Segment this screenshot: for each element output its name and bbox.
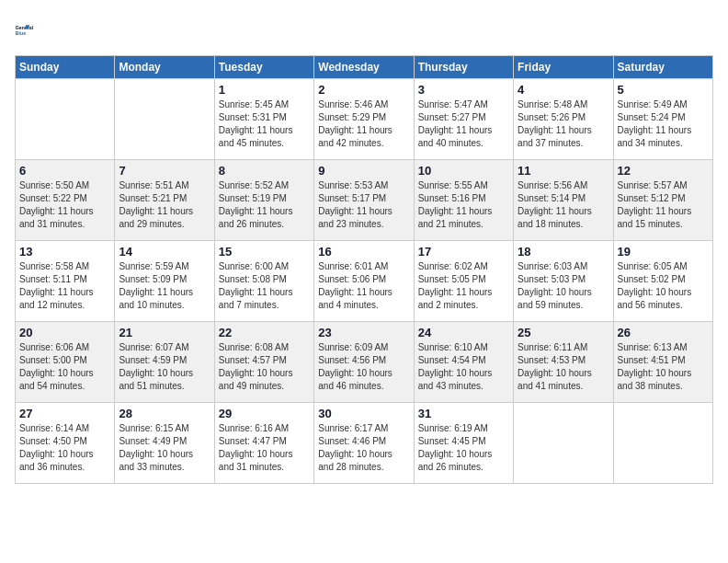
- day-info: Sunrise: 5:58 AM Sunset: 5:11 PM Dayligh…: [19, 260, 110, 312]
- weekday-header-tuesday: Tuesday: [214, 56, 313, 79]
- calendar-week-4: 20Sunrise: 6:06 AM Sunset: 5:00 PM Dayli…: [16, 322, 713, 403]
- day-number: 9: [318, 164, 409, 178]
- day-number: 30: [318, 407, 409, 420]
- day-number: 16: [318, 245, 409, 259]
- calendar-cell: 10Sunrise: 5:55 AM Sunset: 5:16 PM Dayli…: [414, 160, 513, 241]
- calendar-week-1: 1Sunrise: 5:45 AM Sunset: 5:31 PM Daylig…: [16, 79, 713, 160]
- day-info: Sunrise: 6:19 AM Sunset: 4:45 PM Dayligh…: [418, 422, 509, 474]
- calendar-cell: 11Sunrise: 5:56 AM Sunset: 5:14 PM Dayli…: [514, 160, 613, 241]
- day-number: 18: [518, 245, 609, 259]
- day-number: 23: [318, 326, 409, 339]
- day-info: Sunrise: 6:16 AM Sunset: 4:47 PM Dayligh…: [219, 422, 310, 474]
- calendar-cell: 30Sunrise: 6:17 AM Sunset: 4:46 PM Dayli…: [314, 403, 414, 484]
- calendar-week-2: 6Sunrise: 5:50 AM Sunset: 5:22 PM Daylig…: [16, 160, 713, 241]
- svg-text:General: General: [16, 25, 34, 30]
- calendar-cell: 3Sunrise: 5:47 AM Sunset: 5:27 PM Daylig…: [414, 79, 513, 160]
- day-number: 10: [418, 164, 509, 178]
- calendar-body: 1Sunrise: 5:45 AM Sunset: 5:31 PM Daylig…: [16, 79, 713, 484]
- day-number: 12: [618, 164, 709, 178]
- weekday-header-sunday: Sunday: [16, 56, 115, 79]
- calendar-cell: 2Sunrise: 5:46 AM Sunset: 5:29 PM Daylig…: [314, 79, 414, 160]
- calendar-week-3: 13Sunrise: 5:58 AM Sunset: 5:11 PM Dayli…: [16, 241, 713, 322]
- weekday-header-row: SundayMondayTuesdayWednesdayThursdayFrid…: [16, 56, 713, 79]
- day-number: 17: [418, 245, 509, 259]
- day-info: Sunrise: 6:05 AM Sunset: 5:02 PM Dayligh…: [618, 260, 709, 312]
- calendar-cell: [16, 79, 115, 160]
- svg-text:Blue: Blue: [16, 30, 26, 36]
- calendar-cell: 7Sunrise: 5:51 AM Sunset: 5:21 PM Daylig…: [115, 160, 214, 241]
- day-info: Sunrise: 5:59 AM Sunset: 5:09 PM Dayligh…: [119, 260, 210, 312]
- day-number: 22: [219, 326, 310, 339]
- day-info: Sunrise: 6:17 AM Sunset: 4:46 PM Dayligh…: [318, 422, 409, 474]
- day-info: Sunrise: 6:06 AM Sunset: 5:00 PM Dayligh…: [19, 341, 110, 393]
- day-info: Sunrise: 6:10 AM Sunset: 4:54 PM Dayligh…: [418, 341, 509, 393]
- calendar-cell: 27Sunrise: 6:14 AM Sunset: 4:50 PM Dayli…: [16, 403, 115, 484]
- day-info: Sunrise: 6:13 AM Sunset: 4:51 PM Dayligh…: [618, 341, 709, 393]
- calendar-cell: 6Sunrise: 5:50 AM Sunset: 5:22 PM Daylig…: [16, 160, 115, 241]
- day-info: Sunrise: 5:45 AM Sunset: 5:31 PM Dayligh…: [219, 98, 310, 150]
- calendar-cell: 18Sunrise: 6:03 AM Sunset: 5:03 PM Dayli…: [514, 241, 613, 322]
- day-number: 6: [19, 164, 110, 178]
- calendar-cell: 31Sunrise: 6:19 AM Sunset: 4:45 PM Dayli…: [414, 403, 513, 484]
- day-info: Sunrise: 6:00 AM Sunset: 5:08 PM Dayligh…: [219, 260, 310, 312]
- day-number: 5: [618, 83, 709, 97]
- day-info: Sunrise: 5:53 AM Sunset: 5:17 PM Dayligh…: [318, 179, 409, 231]
- day-number: 15: [219, 245, 310, 259]
- day-info: Sunrise: 5:55 AM Sunset: 5:16 PM Dayligh…: [418, 179, 509, 231]
- day-info: Sunrise: 6:02 AM Sunset: 5:05 PM Dayligh…: [418, 260, 509, 312]
- day-number: 13: [19, 245, 110, 259]
- day-info: Sunrise: 5:56 AM Sunset: 5:14 PM Dayligh…: [518, 179, 609, 231]
- calendar-cell: 26Sunrise: 6:13 AM Sunset: 4:51 PM Dayli…: [613, 322, 712, 403]
- day-info: Sunrise: 6:11 AM Sunset: 4:53 PM Dayligh…: [518, 341, 609, 393]
- calendar-cell: 9Sunrise: 5:53 AM Sunset: 5:17 PM Daylig…: [314, 160, 414, 241]
- calendar-cell: 25Sunrise: 6:11 AM Sunset: 4:53 PM Dayli…: [514, 322, 613, 403]
- calendar-cell: [514, 403, 613, 484]
- calendar-cell: 4Sunrise: 5:48 AM Sunset: 5:26 PM Daylig…: [514, 79, 613, 160]
- calendar-cell: 29Sunrise: 6:16 AM Sunset: 4:47 PM Dayli…: [214, 403, 313, 484]
- day-info: Sunrise: 6:01 AM Sunset: 5:06 PM Dayligh…: [318, 260, 409, 312]
- day-number: 28: [119, 407, 210, 420]
- calendar-week-5: 27Sunrise: 6:14 AM Sunset: 4:50 PM Dayli…: [16, 403, 713, 484]
- calendar-cell: 23Sunrise: 6:09 AM Sunset: 4:56 PM Dayli…: [314, 322, 414, 403]
- day-info: Sunrise: 5:52 AM Sunset: 5:19 PM Dayligh…: [219, 179, 310, 231]
- day-number: 21: [119, 326, 210, 339]
- day-number: 25: [518, 326, 609, 339]
- calendar-cell: 1Sunrise: 5:45 AM Sunset: 5:31 PM Daylig…: [214, 79, 313, 160]
- day-info: Sunrise: 6:07 AM Sunset: 4:59 PM Dayligh…: [119, 341, 210, 393]
- calendar-cell: 21Sunrise: 6:07 AM Sunset: 4:59 PM Dayli…: [115, 322, 214, 403]
- day-info: Sunrise: 5:47 AM Sunset: 5:27 PM Dayligh…: [418, 98, 509, 150]
- calendar-cell: 22Sunrise: 6:08 AM Sunset: 4:57 PM Dayli…: [214, 322, 313, 403]
- svg-marker-2: [25, 25, 29, 29]
- calendar-cell: 16Sunrise: 6:01 AM Sunset: 5:06 PM Dayli…: [314, 241, 414, 322]
- day-info: Sunrise: 6:03 AM Sunset: 5:03 PM Dayligh…: [518, 260, 609, 312]
- calendar-cell: 19Sunrise: 6:05 AM Sunset: 5:02 PM Dayli…: [613, 241, 712, 322]
- day-number: 8: [219, 164, 310, 178]
- day-number: 19: [618, 245, 709, 259]
- day-info: Sunrise: 6:15 AM Sunset: 4:49 PM Dayligh…: [119, 422, 210, 474]
- day-number: 2: [318, 83, 409, 97]
- calendar-table: SundayMondayTuesdayWednesdayThursdayFrid…: [15, 55, 713, 484]
- day-info: Sunrise: 5:48 AM Sunset: 5:26 PM Dayligh…: [518, 98, 609, 150]
- page-header: General Blue: [15, 15, 713, 44]
- calendar-cell: [115, 79, 214, 160]
- day-number: 24: [418, 326, 509, 339]
- calendar-cell: [613, 403, 712, 484]
- calendar-cell: 13Sunrise: 5:58 AM Sunset: 5:11 PM Dayli…: [16, 241, 115, 322]
- calendar-cell: 15Sunrise: 6:00 AM Sunset: 5:08 PM Dayli…: [214, 241, 313, 322]
- day-info: Sunrise: 6:09 AM Sunset: 4:56 PM Dayligh…: [318, 341, 409, 393]
- logo-icon: General Blue: [15, 15, 44, 44]
- day-info: Sunrise: 5:50 AM Sunset: 5:22 PM Dayligh…: [19, 179, 110, 231]
- day-number: 11: [518, 164, 609, 178]
- calendar-cell: 24Sunrise: 6:10 AM Sunset: 4:54 PM Dayli…: [414, 322, 513, 403]
- weekday-header-wednesday: Wednesday: [314, 56, 414, 79]
- weekday-header-thursday: Thursday: [414, 56, 513, 79]
- day-number: 29: [219, 407, 310, 420]
- day-info: Sunrise: 6:14 AM Sunset: 4:50 PM Dayligh…: [19, 422, 110, 474]
- day-number: 1: [219, 83, 310, 97]
- day-number: 31: [418, 407, 509, 420]
- day-info: Sunrise: 5:57 AM Sunset: 5:12 PM Dayligh…: [618, 179, 709, 231]
- calendar-cell: 5Sunrise: 5:49 AM Sunset: 5:24 PM Daylig…: [613, 79, 712, 160]
- weekday-header-saturday: Saturday: [613, 56, 712, 79]
- calendar-cell: 14Sunrise: 5:59 AM Sunset: 5:09 PM Dayli…: [115, 241, 214, 322]
- calendar-cell: 12Sunrise: 5:57 AM Sunset: 5:12 PM Dayli…: [613, 160, 712, 241]
